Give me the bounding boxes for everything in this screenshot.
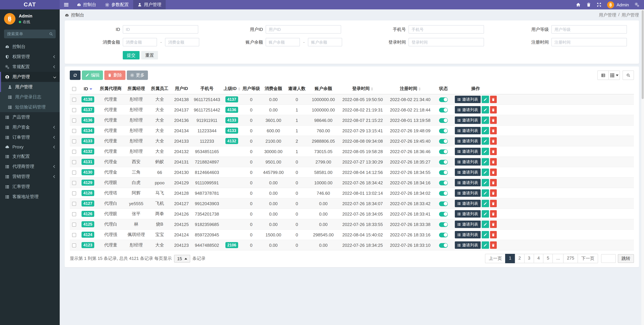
status-toggle[interactable] <box>439 243 448 248</box>
row-checkbox[interactable] <box>72 139 76 143</box>
brand-logo[interactable]: CAT <box>0 0 60 10</box>
column-header-上级ID[interactable]: 上级ID <box>222 83 242 94</box>
row-checkbox[interactable] <box>72 212 76 216</box>
row-delete-button[interactable] <box>490 231 496 238</box>
status-toggle[interactable] <box>439 170 448 175</box>
row-checkbox[interactable] <box>72 129 76 133</box>
invite-list-button[interactable]: 邀请列表 <box>455 169 480 176</box>
sidebar-item-Proxy[interactable]: Proxy <box>0 142 60 151</box>
row-edit-button[interactable] <box>482 200 489 207</box>
sidebar-item-客服地址管理[interactable]: 客服地址管理 <box>0 192 60 202</box>
page-jump-input[interactable] <box>601 254 616 263</box>
invite-list-button[interactable]: 邀请列表 <box>455 106 480 114</box>
sidebar-toggle-button[interactable] <box>60 0 72 10</box>
page-button-下一页[interactable]: 下一页 <box>578 254 598 263</box>
sidebar-item-订单管理[interactable]: 订单管理 <box>0 132 60 142</box>
row-edit-button[interactable] <box>482 231 489 238</box>
row-checkbox[interactable] <box>72 171 76 175</box>
breadcrumb-link-1[interactable]: 用户管理 <box>599 12 616 18</box>
row-checkbox[interactable] <box>72 191 76 195</box>
row-delete-button[interactable] <box>490 117 496 124</box>
status-toggle[interactable] <box>439 108 448 113</box>
row-edit-button[interactable] <box>482 137 489 145</box>
filter-input[interactable] <box>308 38 342 46</box>
filter-input[interactable] <box>408 38 484 46</box>
invite-list-button[interactable]: 邀请列表 <box>455 210 480 218</box>
invite-list-button[interactable]: 邀请列表 <box>455 148 480 155</box>
row-edit-button[interactable] <box>482 189 489 197</box>
invite-list-button[interactable]: 邀请列表 <box>455 96 480 103</box>
row-delete-button[interactable] <box>490 127 496 134</box>
status-toggle[interactable] <box>439 149 448 154</box>
row-checkbox[interactable] <box>72 160 76 164</box>
row-edit-button[interactable] <box>482 241 489 249</box>
page-jump-button[interactable]: 跳转 <box>618 254 634 263</box>
row-delete-button[interactable] <box>490 158 496 166</box>
navbar-user-menu[interactable]: B Admin <box>607 1 629 8</box>
invite-list-button[interactable]: 邀请列表 <box>455 179 480 186</box>
row-delete-button[interactable] <box>490 169 496 176</box>
row-edit-button[interactable] <box>482 221 489 228</box>
filter-input[interactable] <box>552 25 627 34</box>
sidebar-search-button[interactable] <box>46 30 56 38</box>
row-edit-button[interactable] <box>482 117 489 124</box>
status-toggle[interactable] <box>439 212 448 217</box>
invite-list-button[interactable]: 邀请列表 <box>455 231 480 238</box>
invite-list-button[interactable]: 邀请列表 <box>455 241 480 249</box>
invite-list-button[interactable]: 邀请列表 <box>455 189 480 197</box>
fullscreen-icon[interactable] <box>597 2 602 7</box>
row-delete-button[interactable] <box>490 210 496 218</box>
status-toggle[interactable] <box>439 118 448 123</box>
settings-cogs-icon[interactable] <box>634 2 639 7</box>
row-checkbox[interactable] <box>72 243 76 247</box>
page-button-...[interactable]: ... <box>552 254 564 263</box>
column-header-ID[interactable]: ID <box>78 83 97 94</box>
row-checkbox[interactable] <box>72 181 76 185</box>
status-toggle[interactable] <box>439 201 448 206</box>
page-button-3[interactable]: 3 <box>524 254 534 263</box>
page-button-上一页[interactable]: 上一页 <box>485 254 506 263</box>
row-edit-button[interactable] <box>482 106 489 114</box>
scrollbar[interactable] <box>641 10 644 325</box>
reset-button[interactable]: 重置 <box>141 51 158 60</box>
invite-list-button[interactable]: 邀请列表 <box>455 221 480 228</box>
invite-list-button[interactable]: 邀请列表 <box>455 137 480 145</box>
row-delete-button[interactable] <box>490 241 496 249</box>
sidebar-item-用户管理[interactable]: 用户管理 <box>0 82 60 92</box>
invite-list-button[interactable]: 邀请列表 <box>455 200 480 207</box>
filter-input[interactable] <box>408 25 484 34</box>
nav-tab-用户管理[interactable]: 用户管理 <box>133 0 166 10</box>
row-edit-button[interactable] <box>482 179 489 186</box>
columns-button[interactable] <box>608 71 620 80</box>
status-toggle[interactable] <box>439 97 448 102</box>
sidebar-item-控制台[interactable]: 控制台 <box>0 42 60 52</box>
select-all-checkbox[interactable] <box>72 87 76 91</box>
sidebar-item-代理商管理[interactable]: 代理商管理 <box>0 161 60 172</box>
sidebar-item-常规配置[interactable]: 常规配置 <box>0 62 60 72</box>
filter-input[interactable] <box>552 38 627 46</box>
status-toggle[interactable] <box>439 233 448 237</box>
row-delete-button[interactable] <box>490 137 496 145</box>
row-checkbox[interactable] <box>72 119 76 123</box>
row-edit-button[interactable] <box>482 158 489 166</box>
row-checkbox[interactable] <box>72 233 76 237</box>
delete-button[interactable]: 删除 <box>104 71 126 80</box>
row-edit-button[interactable] <box>482 148 489 155</box>
trash-icon[interactable] <box>586 2 591 7</box>
nav-tab-参数配置[interactable]: 参数配置 <box>100 0 133 10</box>
status-toggle[interactable] <box>439 129 448 133</box>
row-edit-button[interactable] <box>482 127 489 134</box>
row-delete-button[interactable] <box>490 221 496 228</box>
page-button-4[interactable]: 4 <box>534 254 544 263</box>
sidebar-item-用户登录日志[interactable]: 用户登录日志 <box>0 92 60 102</box>
invite-list-button[interactable]: 邀请列表 <box>455 117 480 124</box>
home-icon[interactable] <box>576 2 580 7</box>
row-checkbox[interactable] <box>72 150 76 154</box>
row-delete-button[interactable] <box>490 179 496 186</box>
submit-button[interactable]: 提交 <box>123 51 140 60</box>
row-edit-button[interactable] <box>482 169 489 176</box>
status-toggle[interactable] <box>439 139 448 144</box>
row-delete-button[interactable] <box>490 200 496 207</box>
invite-list-button[interactable]: 邀请列表 <box>455 158 480 166</box>
breadcrumb-link-2[interactable]: 用户管理 <box>622 12 639 18</box>
